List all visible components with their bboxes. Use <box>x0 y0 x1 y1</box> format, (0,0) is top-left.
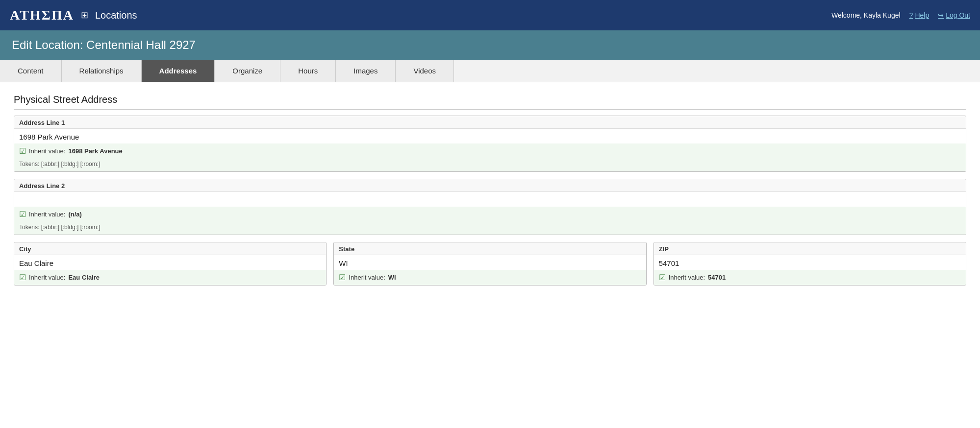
logo-text: ATHΣΠA <box>10 7 74 23</box>
city-label: City <box>14 242 326 255</box>
address-line1-inherit: ☑ Inherit value: 1698 Park Avenue <box>14 143 966 159</box>
logout-link[interactable]: ↪ Log Out <box>938 11 970 19</box>
nav-right: Welcome, Kayla Kugel ? Help ↪ Log Out <box>831 11 970 19</box>
main-content: Physical Street Address Address Line 1 1… <box>0 82 980 304</box>
inherit-value: (n/a) <box>68 211 81 218</box>
inherit-value: Eau Claire <box>68 274 100 281</box>
inherit-value: WI <box>388 274 396 281</box>
inherit-prefix: Inherit value: <box>349 274 385 281</box>
tab-relationships[interactable]: Relationships <box>62 60 142 82</box>
tab-hours[interactable]: Hours <box>280 60 336 82</box>
zip-value[interactable]: 54701 <box>654 255 966 270</box>
grid-icon: ⊞ <box>81 10 88 21</box>
tab-addresses[interactable]: Addresses <box>142 60 215 82</box>
tab-content[interactable]: Content <box>0 60 62 82</box>
city-inherit: ☑ Inherit value: Eau Claire <box>14 270 326 285</box>
state-inherit: ☑ Inherit value: WI <box>334 270 646 285</box>
address-line1-label: Address Line 1 <box>14 116 966 129</box>
checkbox-icon: ☑ <box>19 146 26 156</box>
nav-left: ATHΣΠA ⊞ Locations <box>10 7 137 23</box>
section-title: Physical Street Address <box>14 94 966 110</box>
inherit-prefix: Inherit value: <box>29 274 65 281</box>
city-value[interactable]: Eau Claire <box>14 255 326 270</box>
zip-field: ZIP 54701 ☑ Inherit value: 54701 <box>653 242 966 285</box>
state-field: State WI ☑ Inherit value: WI <box>333 242 646 285</box>
checkbox-icon: ☑ <box>19 273 26 282</box>
tab-organize[interactable]: Organize <box>215 60 280 82</box>
inherit-value: 54701 <box>708 274 726 281</box>
address-line2-tokens: Tokens: [:abbr:] [:bldg:] [:room:] <box>14 222 966 235</box>
zip-inherit: ☑ Inherit value: 54701 <box>654 270 966 285</box>
zip-label: ZIP <box>654 242 966 255</box>
address-line1-tokens: Tokens: [:abbr:] [:bldg:] [:room:] <box>14 159 966 171</box>
help-link[interactable]: ? Help <box>909 11 930 19</box>
top-navigation: ATHΣΠA ⊞ Locations Welcome, Kayla Kugel … <box>0 0 980 30</box>
city-state-zip-row: City Eau Claire ☑ Inherit value: Eau Cla… <box>14 242 966 292</box>
page-title: Edit Location: Centennial Hall 2927 <box>12 38 968 52</box>
address-line2-label: Address Line 2 <box>14 179 966 192</box>
welcome-text: Welcome, Kayla Kugel <box>831 11 901 19</box>
address-line2-value[interactable] <box>14 192 966 207</box>
help-icon: ? <box>909 11 913 19</box>
help-label[interactable]: Help <box>915 11 929 19</box>
tab-bar: Content Relationships Addresses Organize… <box>0 60 980 82</box>
logout-icon: ↪ <box>938 11 944 19</box>
address-line2-inherit: ☑ Inherit value: (n/a) <box>14 207 966 222</box>
address-line2-field: Address Line 2 ☑ Inherit value: (n/a) To… <box>14 179 966 235</box>
state-label: State <box>334 242 646 255</box>
inherit-prefix: Inherit value: <box>29 211 65 218</box>
inherit-value: 1698 Park Avenue <box>68 147 122 155</box>
inherit-prefix: Inherit value: <box>29 147 65 155</box>
city-field: City Eau Claire ☑ Inherit value: Eau Cla… <box>14 242 327 285</box>
page-title-bar: Edit Location: Centennial Hall 2927 <box>0 30 980 60</box>
tab-images[interactable]: Images <box>336 60 396 82</box>
checkbox-icon: ☑ <box>339 273 346 282</box>
address-line1-value[interactable]: 1698 Park Avenue <box>14 129 966 143</box>
address-line1-field: Address Line 1 1698 Park Avenue ☑ Inheri… <box>14 116 966 172</box>
logout-label[interactable]: Log Out <box>946 11 970 19</box>
inherit-prefix: Inherit value: <box>669 274 705 281</box>
nav-title: Locations <box>95 10 137 21</box>
checkbox-icon: ☑ <box>659 273 666 282</box>
state-value[interactable]: WI <box>334 255 646 270</box>
tab-videos[interactable]: Videos <box>396 60 454 82</box>
checkbox-icon: ☑ <box>19 210 26 219</box>
